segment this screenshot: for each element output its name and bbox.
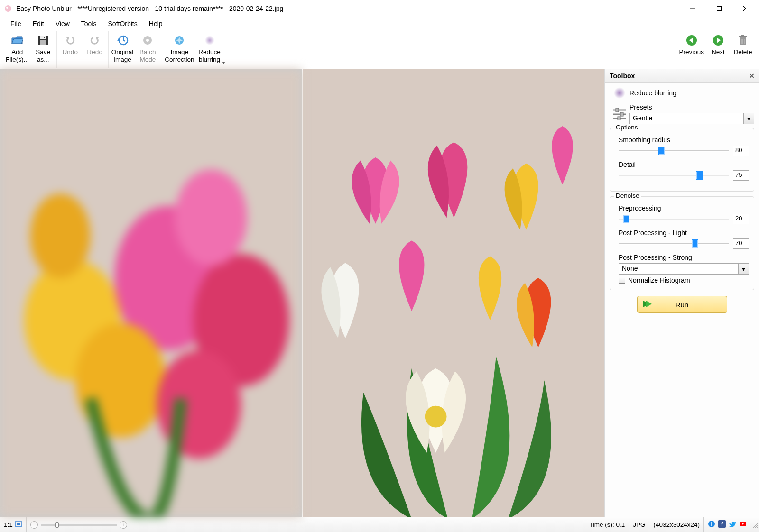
content-area: Toolbox ✕ Reduce blurring Presets Gentle… xyxy=(0,69,759,517)
save-as-button[interactable]: Save as... xyxy=(31,31,56,68)
reduce-blurring-button[interactable]: Reduce blurring xyxy=(196,31,222,68)
svg-point-14 xyxy=(205,36,214,45)
zoom-in-button[interactable]: + xyxy=(120,521,127,529)
svg-rect-39 xyxy=(618,117,620,120)
svg-point-0 xyxy=(5,5,11,12)
options-section: Options Smoothing radius 80 Detail 75 xyxy=(610,128,754,192)
sparkle-icon xyxy=(174,33,185,47)
post-light-label: Post Processing - Light xyxy=(619,229,749,237)
format-status: JPG xyxy=(629,517,649,532)
arrow-right-icon xyxy=(712,33,724,47)
blur-circle-icon xyxy=(610,86,629,100)
twitter-icon[interactable] xyxy=(729,520,736,529)
normalize-label: Normalize Histogram xyxy=(628,276,690,284)
status-empty xyxy=(131,517,585,532)
svg-rect-8 xyxy=(40,40,46,45)
smoothing-value[interactable]: 80 xyxy=(733,146,749,156)
maximize-button[interactable] xyxy=(706,0,732,17)
svg-text:i: i xyxy=(711,521,712,527)
toolbar-overflow-icon[interactable]: ▾ xyxy=(222,60,228,68)
menu-tools[interactable]: Tools xyxy=(76,19,102,28)
preprocessing-label: Preprocessing xyxy=(619,204,749,212)
next-button[interactable]: Next xyxy=(706,31,731,68)
svg-rect-19 xyxy=(741,35,744,37)
youtube-icon[interactable] xyxy=(739,520,747,529)
mode-label: Reduce blurring xyxy=(629,89,754,97)
svg-rect-9 xyxy=(44,37,45,38)
svg-line-49 xyxy=(757,527,758,528)
undo-icon xyxy=(65,33,76,47)
gear-icon xyxy=(142,33,153,47)
zoom-out-button[interactable]: − xyxy=(30,521,38,529)
toolbox-panel: Toolbox ✕ Reduce blurring Presets Gentle… xyxy=(604,69,759,517)
menu-help[interactable]: Help xyxy=(144,19,167,28)
resize-grip[interactable] xyxy=(750,521,759,529)
preprocessing-value[interactable]: 20 xyxy=(733,214,749,224)
original-image-button[interactable]: Original Image xyxy=(110,31,136,68)
svg-rect-35 xyxy=(616,108,619,112)
fit-screen-icon[interactable] xyxy=(15,521,22,528)
presets-label: Presets xyxy=(629,103,754,111)
preprocessing-slider[interactable] xyxy=(619,215,729,223)
svg-point-33 xyxy=(614,87,625,99)
image-canvas[interactable] xyxy=(0,69,604,517)
denoise-section: Denoise Preprocessing 20 Post Processing… xyxy=(610,196,754,290)
time-status: Time (s): 0.1 xyxy=(585,517,629,532)
post-strong-label: Post Processing - Strong xyxy=(619,254,749,261)
menu-view[interactable]: View xyxy=(51,19,74,28)
smoothing-slider[interactable] xyxy=(619,147,729,155)
detail-value[interactable]: 75 xyxy=(733,170,749,181)
zoom-slider[interactable] xyxy=(41,524,117,526)
undo-button[interactable]: Undo xyxy=(58,31,83,68)
redo-button[interactable]: Redo xyxy=(83,31,107,68)
toolbox-close-icon[interactable]: ✕ xyxy=(748,72,756,80)
delete-button[interactable]: Delete xyxy=(731,31,755,68)
zoom-ratio[interactable]: 1:1 xyxy=(0,517,27,532)
normalize-checkbox[interactable] xyxy=(619,277,625,284)
svg-point-27 xyxy=(75,323,166,438)
image-correction-button[interactable]: Image Correction xyxy=(162,31,196,68)
batch-mode-button[interactable]: Batch Mode xyxy=(135,31,160,68)
chevron-down-icon: ▾ xyxy=(743,113,754,124)
post-light-value[interactable]: 70 xyxy=(733,238,749,249)
post-light-slider[interactable] xyxy=(619,239,729,248)
facebook-icon[interactable]: f xyxy=(718,520,726,529)
svg-point-28 xyxy=(175,169,248,266)
close-button[interactable] xyxy=(732,0,759,17)
redo-icon xyxy=(89,33,101,47)
menu-softorbits[interactable]: SoftOrbits xyxy=(103,19,142,28)
svg-text:f: f xyxy=(721,521,723,528)
svg-rect-7 xyxy=(40,36,46,39)
menu-file[interactable]: File xyxy=(6,19,26,28)
menubar: File Edit View Tools SoftOrbits Help xyxy=(0,17,759,30)
info-icon[interactable]: i xyxy=(708,520,715,529)
dimensions-status: (4032x3024x24) xyxy=(649,517,704,532)
chevron-down-icon: ▾ xyxy=(738,264,749,274)
svg-rect-37 xyxy=(620,112,623,116)
detail-slider[interactable] xyxy=(619,171,729,180)
smoothing-label: Smoothing radius xyxy=(619,136,749,144)
window-controls xyxy=(679,0,759,17)
svg-point-30 xyxy=(157,350,241,459)
menu-edit[interactable]: Edit xyxy=(28,19,49,28)
blur-circle-icon xyxy=(204,33,215,47)
svg-rect-3 xyxy=(717,6,722,10)
post-strong-select[interactable]: None ▾ xyxy=(619,263,749,275)
sliders-icon xyxy=(610,108,629,120)
detail-label: Detail xyxy=(619,161,749,168)
after-image xyxy=(303,69,605,517)
folder-open-icon xyxy=(11,33,23,47)
zoom-controls: − + xyxy=(27,517,131,532)
svg-point-32 xyxy=(425,406,446,428)
presets-select[interactable]: Gentle ▾ xyxy=(629,113,754,124)
run-button[interactable]: Run xyxy=(637,296,727,313)
add-files-button[interactable]: Add File(s)... xyxy=(4,31,31,68)
app-icon xyxy=(4,4,12,13)
previous-button[interactable]: Previous xyxy=(677,31,706,68)
toolbox-title: Toolbox xyxy=(610,72,635,80)
svg-rect-41 xyxy=(17,523,20,525)
social-links: i f xyxy=(704,520,750,529)
titlebar: Easy Photo Unblur - ****Unregistered ver… xyxy=(0,0,759,17)
minimize-button[interactable] xyxy=(679,0,706,17)
trash-icon xyxy=(738,33,748,47)
